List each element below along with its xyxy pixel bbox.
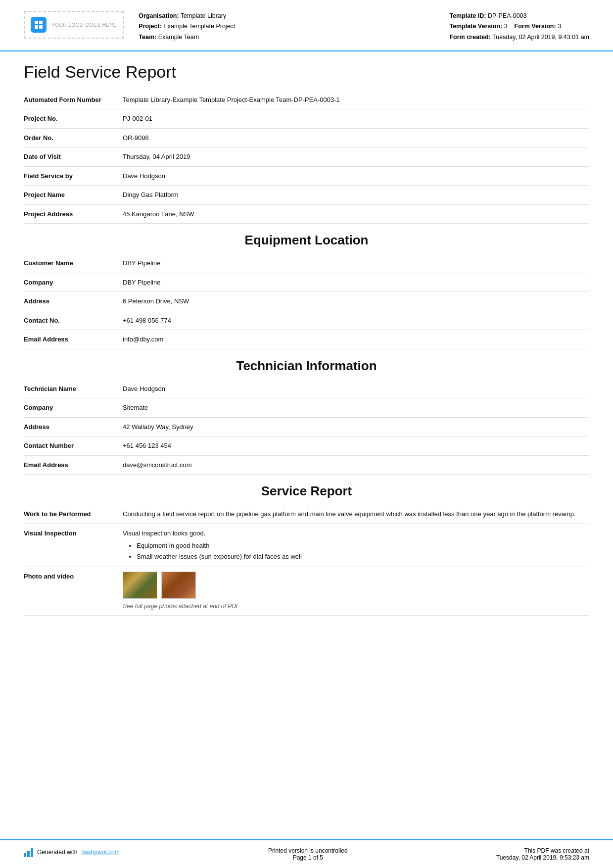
- template-id-row: Template ID: DP-PEA-0003: [449, 11, 589, 21]
- dashpivot-icon: [24, 847, 33, 857]
- field-value: Thursday, 04 April 2019: [123, 147, 589, 167]
- footer-center-line1: Printed version is uncontrolled: [268, 847, 348, 854]
- template-id-label: Template ID:: [449, 12, 486, 19]
- field-value: Dave Hodgson: [123, 166, 589, 186]
- table-row: Photo and videoSee full page photos atta…: [24, 567, 589, 616]
- field-label: Email Address: [24, 455, 123, 475]
- field-value: info@dby.com: [123, 330, 589, 349]
- table-row: Visual InspectionVisual inspection looks…: [24, 524, 589, 567]
- field-value: Visual inspection looks good.Equipment i…: [123, 524, 589, 567]
- field-value: +61 456 123 454: [123, 436, 589, 456]
- field-value: dave@smconstruct.com: [123, 455, 589, 475]
- table-row: Email Addressdave@smconstruct.com: [24, 455, 589, 475]
- table-row: Contact Number+61 456 123 454: [24, 436, 589, 456]
- table-row: Work to be PerformedConducting a field s…: [24, 505, 589, 524]
- main-title: Field Service Report: [24, 62, 589, 82]
- field-label: Field Service by: [24, 166, 123, 186]
- field-value: DBY Pipeline: [123, 273, 589, 292]
- list-item: Equipment in good health: [137, 541, 585, 551]
- svg-rect-1: [39, 21, 43, 24]
- field-label: Company: [24, 398, 123, 418]
- footer-left: Generated with dashpivot.com: [24, 847, 120, 857]
- list-item: Small weather issues (sun exposure) for …: [137, 552, 585, 562]
- footer: Generated with dashpivot.com Printed ver…: [0, 839, 613, 868]
- table-row: Order No.OR-9098: [24, 128, 589, 147]
- table-row: Address42 Wallaby Way, Sydney: [24, 417, 589, 436]
- team-value: Example Team: [158, 34, 199, 41]
- table-row: CompanySitemate: [24, 398, 589, 418]
- template-version-row: Template Version: 3 Form Version: 3: [449, 21, 589, 32]
- field-value: OR-9098: [123, 128, 589, 147]
- field-label: Address: [24, 292, 123, 311]
- section-equipment-heading: Equipment Location: [24, 224, 589, 254]
- svg-rect-3: [39, 25, 43, 29]
- form-created-row: Form created: Tuesday, 02 April 2019, 9:…: [449, 32, 589, 43]
- field-label: Order No.: [24, 128, 123, 147]
- field-label: Project No.: [24, 109, 123, 129]
- footer-link[interactable]: dashpivot.com: [81, 849, 119, 856]
- logo-box: YOUR LOGO GOES HERE: [24, 11, 124, 39]
- project-label: Project:: [139, 23, 162, 30]
- field-value: DBY Pipeline: [123, 254, 589, 273]
- table-row: Field Service byDave Hodgson: [24, 166, 589, 186]
- table-row: Automated Form NumberTemplate Library-Ex…: [24, 91, 589, 109]
- form-fields-table: Automated Form NumberTemplate Library-Ex…: [24, 91, 589, 224]
- table-row: Email Addressinfo@dby.com: [24, 330, 589, 349]
- field-label: Email Address: [24, 330, 123, 349]
- field-value: 42 Wallaby Way, Sydney: [123, 417, 589, 436]
- table-row: Project No.PJ-002-01: [24, 109, 589, 129]
- field-label: Visual Inspection: [24, 524, 123, 567]
- footer-center-line2: Page 1 of 5: [268, 854, 348, 861]
- header-team: Team: Example Team: [139, 32, 434, 43]
- footer-center: Printed version is uncontrolled Page 1 o…: [268, 847, 348, 861]
- field-value: 45 Kangaroo Lane, NSW: [123, 204, 589, 224]
- footer-generated-text: Generated with: [37, 849, 77, 856]
- table-row: Contact No.+61 498 056 774: [24, 311, 589, 330]
- technician-fields-table: Technician NameDave HodgsonCompanySitema…: [24, 380, 589, 475]
- table-row: CompanyDBY Pipeline: [24, 273, 589, 292]
- field-label: Date of Visit: [24, 147, 123, 167]
- photo-caption: See full page photos attached at end of …: [123, 602, 585, 611]
- page: YOUR LOGO GOES HERE Organisation: Templa…: [0, 0, 613, 868]
- photo-container: [123, 572, 585, 599]
- svg-rect-0: [35, 21, 38, 24]
- header-meta: Organisation: Template Library Project: …: [139, 11, 434, 43]
- field-label: Contact No.: [24, 311, 123, 330]
- form-created-label: Form created:: [449, 34, 490, 41]
- field-value: 6 Peterson Drive, NSW: [123, 292, 589, 311]
- field-label: Photo and video: [24, 567, 123, 616]
- template-version-label: Template Version:: [449, 23, 502, 30]
- content: Field Service Report Automated Form Numb…: [0, 51, 613, 839]
- header-org: Organisation: Template Library: [139, 11, 434, 21]
- org-value: Template Library: [181, 12, 226, 19]
- table-row: Project Address45 Kangaroo Lane, NSW: [24, 204, 589, 224]
- field-label: Work to be Performed: [24, 505, 123, 524]
- field-label: Technician Name: [24, 380, 123, 398]
- field-label: Automated Form Number: [24, 91, 123, 109]
- form-version-label: Form Version:: [515, 23, 556, 30]
- project-value: Example Template Project: [163, 23, 235, 30]
- form-version-value: 3: [558, 23, 561, 30]
- header: YOUR LOGO GOES HERE Organisation: Templa…: [0, 0, 613, 51]
- template-id-value: DP-PEA-0003: [488, 12, 527, 19]
- footer-right-line1: This PDF was created at: [496, 847, 589, 854]
- field-value: PJ-002-01: [123, 109, 589, 129]
- field-label: Customer Name: [24, 254, 123, 273]
- equipment-fields-table: Customer NameDBY PipelineCompanyDBY Pipe…: [24, 254, 589, 349]
- team-label: Team:: [139, 34, 156, 41]
- field-label: Project Name: [24, 186, 123, 205]
- field-value: Dingy Gas Platform: [123, 186, 589, 205]
- field-value: See full page photos attached at end of …: [123, 567, 589, 616]
- field-value: Template Library-Example Template Projec…: [123, 91, 589, 109]
- field-label: Company: [24, 273, 123, 292]
- field-label: Project Address: [24, 204, 123, 224]
- logo-svg: [34, 20, 43, 29]
- table-row: Project NameDingy Gas Platform: [24, 186, 589, 205]
- table-row: Address6 Peterson Drive, NSW: [24, 292, 589, 311]
- section-technician-heading: Technician Information: [24, 349, 589, 380]
- header-project: Project: Example Template Project: [139, 21, 434, 32]
- field-value: Dave Hodgson: [123, 380, 589, 398]
- header-right: Template ID: DP-PEA-0003 Template Versio…: [449, 11, 589, 43]
- table-row: Date of VisitThursday, 04 April 2019: [24, 147, 589, 167]
- field-value: Conducting a field service report on the…: [123, 505, 589, 524]
